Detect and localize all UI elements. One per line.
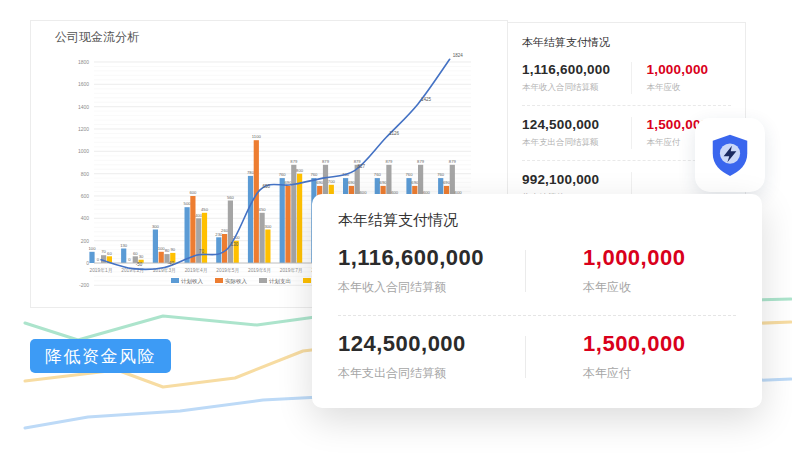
svg-text:0: 0	[97, 257, 100, 262]
popup-cell: 1,500,000 本年应付	[525, 331, 736, 382]
popup-receivable-label: 本年应收	[583, 279, 736, 296]
svg-text:2019年1月: 2019年1月	[90, 268, 113, 274]
svg-text:-40: -40	[167, 261, 174, 266]
svg-text:690: 690	[316, 180, 324, 185]
svg-text:-200: -200	[79, 282, 89, 288]
svg-text:400: 400	[81, 215, 90, 221]
popup-payable-label: 本年应付	[583, 365, 736, 382]
svg-text:2019年7月: 2019年7月	[280, 268, 303, 274]
svg-text:70: 70	[101, 249, 106, 254]
svg-text:30: 30	[139, 254, 144, 259]
summary-cell: 1,116,600,000 本年收入合同结算额	[522, 62, 631, 94]
receivable-value: 1,000,000	[646, 62, 731, 77]
popup-expense-settlement-label: 本年支出合同结算额	[338, 365, 525, 382]
svg-text:1400: 1400	[78, 104, 89, 110]
svg-text:1824: 1824	[453, 53, 464, 58]
receivable-label: 本年应收	[646, 82, 731, 94]
svg-text:690: 690	[411, 180, 419, 185]
divider	[338, 315, 736, 316]
svg-text:690: 690	[380, 180, 388, 185]
income-settlement-label: 本年收入合同结算额	[522, 82, 631, 94]
svg-text:1800: 1800	[78, 59, 89, 65]
svg-text:879: 879	[322, 159, 330, 164]
svg-text:2019年5月: 2019年5月	[216, 268, 239, 274]
svg-text:760: 760	[406, 172, 414, 177]
summary-cell: 1,000,000 本年应收	[631, 62, 731, 94]
svg-text:690: 690	[348, 180, 356, 185]
svg-text:1425: 1425	[421, 97, 432, 102]
svg-text:计划收入: 计划收入	[181, 278, 204, 284]
svg-text:650: 650	[263, 184, 271, 189]
svg-text:879: 879	[385, 159, 393, 164]
svg-text:780: 780	[247, 170, 255, 175]
svg-text:260: 260	[221, 228, 229, 233]
svg-text:827: 827	[358, 164, 366, 169]
popup-income-settlement-value: 1,116,600,000	[338, 245, 525, 271]
svg-text:879: 879	[290, 159, 298, 164]
chart-title: 公司现金流分析	[55, 29, 139, 46]
svg-text:600: 600	[189, 190, 197, 195]
popup-cell: 1,116,600,000 本年收入合同结算额	[338, 245, 525, 296]
svg-text:450: 450	[259, 207, 267, 212]
svg-text:879: 879	[417, 159, 425, 164]
svg-text:690: 690	[443, 180, 451, 185]
divider	[522, 105, 731, 106]
svg-text:600: 600	[81, 193, 90, 199]
popup-payable-value: 1,500,000	[583, 331, 736, 357]
svg-text:60: 60	[107, 251, 112, 256]
svg-text:130: 130	[120, 243, 128, 248]
risk-reduction-badge[interactable]: 降低资金风险	[30, 339, 171, 373]
svg-text:300: 300	[264, 224, 272, 229]
income-settlement-value: 1,116,600,000	[522, 62, 631, 77]
svg-text:2019年4月: 2019年4月	[185, 268, 208, 274]
svg-text:计划支出: 计划支出	[269, 278, 291, 285]
svg-text:80: 80	[165, 248, 170, 253]
svg-text:1600: 1600	[78, 81, 89, 87]
expense-settlement-label: 本年支出合同结算额	[522, 137, 631, 149]
svg-text:300: 300	[152, 224, 160, 229]
svg-text:0: 0	[86, 260, 89, 266]
svg-text:70: 70	[199, 249, 205, 254]
svg-text:760: 760	[279, 172, 287, 177]
svg-text:100: 100	[89, 246, 97, 251]
popup-title: 本年结算支付情况	[338, 211, 736, 230]
summary-row-income: 1,116,600,000 本年收入合同结算额 1,000,000 本年应收	[522, 62, 731, 94]
svg-text:1126: 1126	[389, 131, 399, 136]
svg-text:200: 200	[81, 238, 90, 244]
svg-text:1200: 1200	[78, 126, 89, 132]
svg-text:1000: 1000	[78, 148, 89, 154]
divider	[525, 336, 526, 378]
popup-row-expense: 124,500,000 本年支出合同结算额 1,500,000 本年应付	[338, 331, 736, 382]
svg-text:60: 60	[133, 251, 138, 256]
svg-text:90: 90	[170, 247, 175, 252]
summary-cell: 124,500,000 本年支出合同结算额	[522, 117, 631, 149]
svg-text:2019年6月: 2019年6月	[248, 268, 271, 274]
svg-text:700: 700	[328, 179, 336, 184]
popup-receivable-value: 1,000,000	[583, 245, 736, 271]
summary-panel-title: 本年结算支付情况	[522, 35, 731, 50]
settlement-popup: 本年结算支付情况 1,116,600,000 本年收入合同结算额 1,000,0…	[312, 194, 762, 408]
svg-text:-50: -50	[136, 262, 143, 267]
svg-text:879: 879	[449, 159, 457, 164]
svg-text:760: 760	[310, 172, 318, 177]
popup-cell: 1,000,000 本年应收	[525, 245, 736, 296]
svg-text:实际收入: 实际收入	[225, 278, 248, 285]
expense-settlement-value: 124,500,000	[522, 117, 631, 132]
popup-income-settlement-label: 本年收入合同结算额	[338, 279, 525, 296]
svg-text:1100: 1100	[252, 134, 262, 139]
popup-cell: 124,500,000 本年支出合同结算额	[338, 331, 525, 382]
shield-bolt-icon	[706, 130, 754, 180]
divider	[525, 250, 526, 292]
popup-row-income: 1,116,600,000 本年收入合同结算额 1,000,000 本年应收	[338, 245, 736, 296]
svg-text:800: 800	[81, 171, 90, 177]
popup-expense-settlement-value: 124,500,000	[338, 331, 525, 357]
svg-text:400: 400	[195, 213, 203, 218]
svg-text:450: 450	[201, 207, 209, 212]
badge-label: 降低资金风险	[45, 345, 156, 368]
svg-text:500: 500	[184, 201, 192, 206]
svg-text:130: 130	[231, 242, 239, 247]
svg-text:800: 800	[296, 168, 304, 173]
svg-text:560: 560	[227, 195, 235, 200]
svg-text:760: 760	[374, 172, 382, 177]
security-shield-card[interactable]	[695, 118, 765, 192]
